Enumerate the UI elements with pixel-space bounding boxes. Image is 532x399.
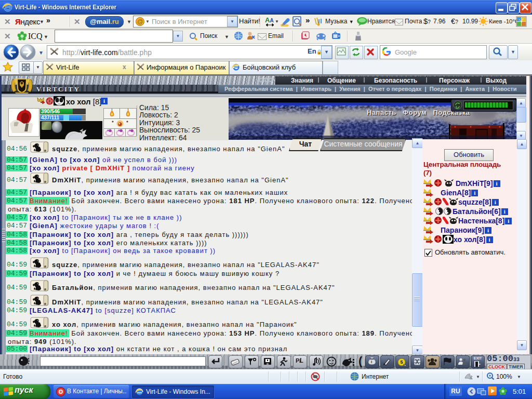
svg-text:i: i — [371, 360, 372, 364]
svg-text:5: 5 — [401, 360, 403, 365]
